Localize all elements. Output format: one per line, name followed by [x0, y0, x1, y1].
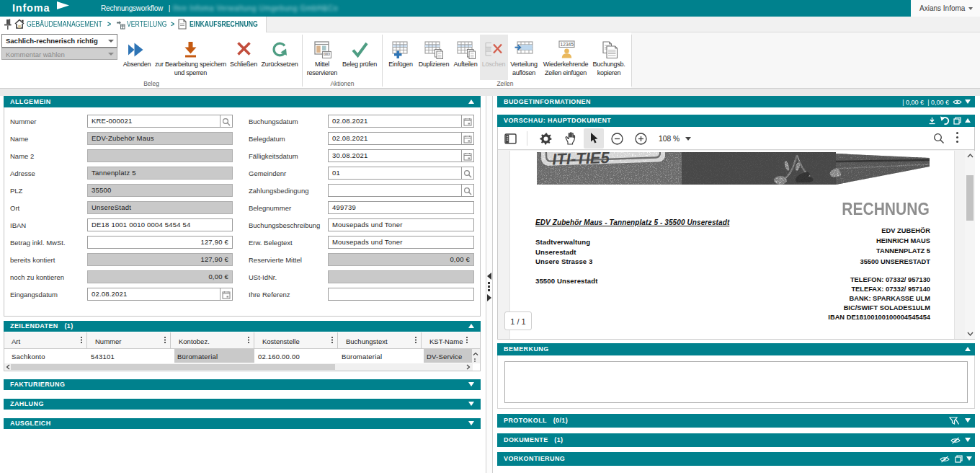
svg-text:12345: 12345	[561, 42, 574, 47]
svg-text:000: 000	[325, 53, 329, 56]
